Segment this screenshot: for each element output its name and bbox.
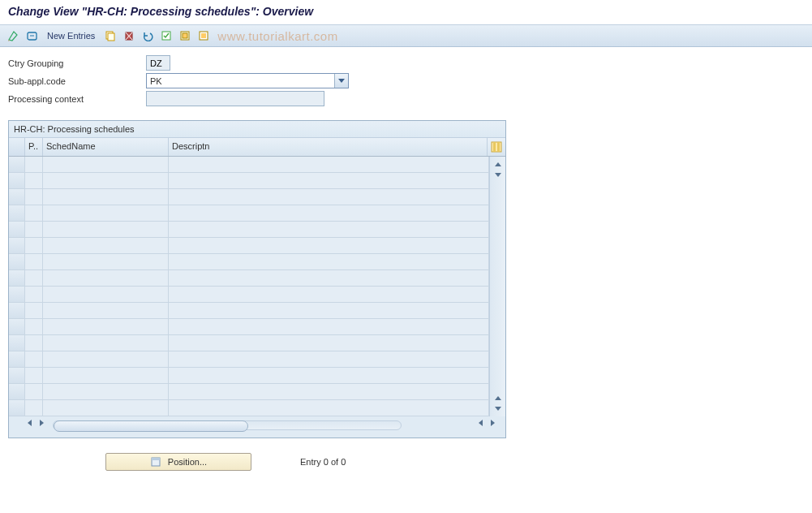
cell-p[interactable] — [25, 254, 43, 269]
table-row[interactable] — [9, 303, 489, 319]
cell-description[interactable] — [169, 270, 489, 286]
new-entries-button[interactable]: New Entries — [47, 31, 95, 41]
procctx-field[interactable] — [146, 91, 324, 106]
table-row[interactable] — [9, 335, 489, 351]
table-row[interactable] — [9, 287, 489, 303]
row-select[interactable] — [9, 222, 25, 237]
table-row[interactable] — [9, 319, 489, 335]
col-p[interactable]: P.. — [25, 138, 43, 156]
row-select[interactable] — [9, 157, 25, 172]
cell-schedname[interactable] — [43, 157, 169, 172]
col-select[interactable] — [9, 138, 25, 156]
row-select[interactable] — [9, 270, 25, 286]
table-row[interactable] — [9, 238, 489, 254]
delete-icon[interactable] — [121, 28, 137, 44]
cell-schedname[interactable] — [43, 400, 169, 416]
cell-schedname[interactable] — [43, 319, 169, 334]
cell-schedname[interactable] — [43, 287, 169, 302]
cell-description[interactable] — [169, 319, 489, 334]
row-select[interactable] — [9, 189, 25, 205]
cell-p[interactable] — [25, 319, 43, 334]
chevron-down-icon[interactable] — [334, 74, 348, 88]
cell-p[interactable] — [25, 368, 43, 383]
cell-description[interactable] — [169, 351, 489, 367]
cell-p[interactable] — [25, 238, 43, 253]
position-button[interactable]: Position... — [105, 453, 251, 471]
table-row[interactable] — [9, 270, 489, 287]
toggle-display-icon[interactable] — [5, 28, 21, 44]
row-select[interactable] — [9, 319, 25, 334]
table-row[interactable] — [9, 173, 489, 189]
table-row[interactable] — [9, 205, 489, 222]
cell-schedname[interactable] — [43, 222, 169, 237]
cell-p[interactable] — [25, 270, 43, 286]
col-schedname[interactable]: SchedName — [43, 138, 169, 156]
row-select[interactable] — [9, 335, 25, 351]
col-description[interactable]: Descriptn — [169, 138, 488, 156]
cell-description[interactable] — [169, 287, 489, 302]
cell-description[interactable] — [169, 173, 489, 188]
cell-description[interactable] — [169, 157, 489, 172]
row-select[interactable] — [9, 173, 25, 188]
table-config-icon[interactable] — [488, 138, 505, 156]
cell-p[interactable] — [25, 157, 43, 172]
cell-p[interactable] — [25, 303, 43, 318]
cell-description[interactable] — [169, 303, 489, 318]
other-view-icon[interactable] — [24, 28, 40, 44]
table-row[interactable] — [9, 189, 489, 205]
cell-description[interactable] — [169, 222, 489, 237]
select-block-icon[interactable] — [177, 28, 193, 44]
row-select[interactable] — [9, 400, 25, 416]
cell-schedname[interactable] — [43, 189, 169, 205]
cell-p[interactable] — [25, 189, 43, 205]
row-select[interactable] — [9, 384, 25, 399]
cell-description[interactable] — [169, 384, 489, 399]
cell-description[interactable] — [169, 205, 489, 221]
cell-p[interactable] — [25, 222, 43, 237]
cell-schedname[interactable] — [43, 238, 169, 253]
hscroll-right2-icon[interactable] — [491, 420, 501, 431]
table-row[interactable] — [9, 254, 489, 270]
table-row[interactable] — [9, 157, 489, 173]
row-select[interactable] — [9, 351, 25, 367]
cell-schedname[interactable] — [43, 270, 169, 286]
cell-p[interactable] — [25, 205, 43, 221]
cell-description[interactable] — [169, 189, 489, 205]
cell-schedname[interactable] — [43, 254, 169, 269]
row-select[interactable] — [9, 368, 25, 383]
scroll-down2-icon[interactable] — [492, 403, 504, 415]
row-select[interactable] — [9, 254, 25, 269]
hscroll-left2-icon[interactable] — [478, 420, 488, 431]
cell-schedname[interactable] — [43, 335, 169, 351]
row-select[interactable] — [9, 205, 25, 221]
cell-p[interactable] — [25, 384, 43, 399]
cell-p[interactable] — [25, 351, 43, 367]
select-all-icon[interactable] — [158, 28, 174, 44]
cell-description[interactable] — [169, 254, 489, 269]
cell-schedname[interactable] — [43, 368, 169, 383]
undo-icon[interactable] — [140, 28, 156, 44]
cell-schedname[interactable] — [43, 384, 169, 399]
scroll-up-icon[interactable] — [492, 158, 504, 170]
cell-p[interactable] — [25, 400, 43, 416]
table-row[interactable] — [9, 222, 489, 238]
row-select[interactable] — [9, 238, 25, 253]
hscroll-thumb[interactable] — [54, 420, 248, 432]
row-select[interactable] — [9, 287, 25, 302]
row-select[interactable] — [9, 303, 25, 318]
cell-description[interactable] — [169, 335, 489, 351]
cell-schedname[interactable] — [43, 205, 169, 221]
table-row[interactable] — [9, 384, 489, 400]
hscroll-track[interactable] — [53, 420, 402, 430]
cell-schedname[interactable] — [43, 303, 169, 318]
table-row[interactable] — [9, 400, 489, 416]
copy-icon[interactable] — [102, 28, 118, 44]
cell-schedname[interactable] — [43, 351, 169, 367]
hscroll-right-icon[interactable] — [40, 420, 49, 431]
scroll-down-icon[interactable] — [492, 170, 504, 181]
cell-p[interactable] — [25, 173, 43, 188]
cell-p[interactable] — [25, 287, 43, 302]
vertical-scrollbar[interactable] — [489, 157, 505, 416]
horizontal-scrollbar[interactable] — [9, 416, 505, 438]
table-row[interactable] — [9, 368, 489, 384]
